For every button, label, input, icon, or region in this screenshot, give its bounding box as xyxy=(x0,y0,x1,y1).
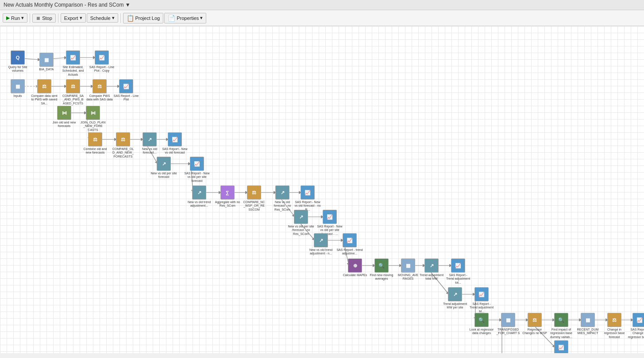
node-n37[interactable]: 🔍 Find impact of regression base dummy v… xyxy=(548,313,575,339)
node-n22[interactable]: 📈 SAS Report - New vs old forecast - no … xyxy=(294,185,321,212)
sep1 xyxy=(30,13,30,23)
node-n27[interactable]: ⊕ Calculate MAPEs xyxy=(342,258,368,277)
node-icon-n4: 📈 xyxy=(95,50,109,65)
node-icon-n18: ↗ xyxy=(192,185,206,200)
node-label-n27: Calculate MAPEs xyxy=(343,273,367,277)
schedule-button[interactable]: Schedule ▾ xyxy=(87,13,118,23)
node-icon-n38: ▦ xyxy=(581,313,595,327)
node-n29[interactable]: ▦ MOVING_AVE RAGES xyxy=(395,258,421,281)
node-icon-n17: 📈 xyxy=(190,157,204,171)
node-n34[interactable]: 🔍 Look at regressor data changes xyxy=(468,313,495,335)
node-label-n8: Compare PWS data with SAS data xyxy=(86,94,113,102)
export-button[interactable]: Export ▾ xyxy=(61,13,86,23)
node-icon-n41: 📈 xyxy=(554,340,568,353)
node-n4[interactable]: 📈 SAS Report - Line Plot - Copy xyxy=(89,50,115,73)
node-n12[interactable]: ⚖ Combine old and new forecasts xyxy=(82,132,108,155)
node-icon-n37: 🔍 xyxy=(554,313,568,327)
node-n20[interactable]: ⚖ COMPARE_NC _WSP_OR_RE SSCOM xyxy=(241,185,267,212)
node-label-n5: Inputs xyxy=(13,94,22,98)
node-n40[interactable]: 📈 SAS Report - Change in regressor base.… xyxy=(626,313,644,339)
node-n13[interactable]: ⚖ COMPARE_OL D_AND_NEW_ FORECASTS xyxy=(110,132,136,158)
node-label-n36: Regressor Changes no WSP xyxy=(521,328,548,335)
node-n30[interactable]: ↗ Trend adjustment total MW xyxy=(418,258,445,281)
node-icon-n3: 📈 xyxy=(66,50,80,65)
node-n14[interactable]: ↗ New vs old forecast... xyxy=(136,132,163,155)
node-icon-n14: ↗ xyxy=(143,132,157,146)
node-label-n28: Find new moving averages xyxy=(368,273,395,281)
node-n5[interactable]: ▦ Inputs xyxy=(4,79,31,98)
node-icon-n21: ↗ xyxy=(275,185,289,200)
node-icon-n7: ⚖ xyxy=(66,79,80,93)
node-n11[interactable]: ⋈ JOIN_OLD_PLAN _NEW_FORE CASTS xyxy=(80,106,106,132)
node-n35[interactable]: ▦ TRANSPOSED _FOR_CHART S xyxy=(495,313,521,335)
node-icon-n20: ⚖ xyxy=(247,185,261,200)
node-n16[interactable]: ↗ New vs old per site forecast xyxy=(150,157,177,179)
flow-canvas[interactable]: Q Query for Site volumes ▦ BIA_DATA 📈 Si… xyxy=(0,26,644,353)
node-icon-n13: ⚖ xyxy=(116,132,130,146)
run-dropdown-icon: ▾ xyxy=(21,15,24,21)
node-n6[interactable]: ⚖ Compare data sent to PWS with saved SA… xyxy=(31,79,58,105)
node-n7[interactable]: ⚖ COMPARE_SA _AND_PWS_B ASED_FCSTS xyxy=(60,79,86,105)
node-label-n16: New vs old per site forecast xyxy=(150,172,177,179)
node-label-n33: SAS Report - Trend adjustment M... xyxy=(468,302,495,313)
node-label-n29: MOVING_AVE RAGES xyxy=(395,273,421,281)
node-n9[interactable]: 📈 SAS Report - Line Plot xyxy=(113,79,139,102)
node-n32[interactable]: ↗ Trend adjustment MW per site xyxy=(442,287,468,310)
sep3 xyxy=(120,13,121,23)
properties-button[interactable]: 📄 Properties ▾ xyxy=(164,13,206,23)
node-icon-n11: ⋈ xyxy=(86,106,100,120)
node-label-n13: COMPARE_OL D_AND_NEW_ FORECASTS xyxy=(110,147,136,158)
node-label-n10: Join old and new forecasts xyxy=(51,121,77,128)
node-label-n25: New vs old trend adjustment - n... xyxy=(308,248,334,256)
node-n17[interactable]: 📈 SAS Report - New vs old per site forec… xyxy=(184,157,210,183)
node-icon-n26: 📈 xyxy=(343,233,357,247)
run-button[interactable]: ▶ Run ▾ xyxy=(3,13,27,23)
node-n31[interactable]: 📈 SAS Report - Trend adjustment tot... xyxy=(445,258,471,285)
node-label-n32: Trend adjustment MW per site xyxy=(442,302,468,310)
node-n33[interactable]: 📈 SAS Report - Trend adjustment M... xyxy=(468,287,495,313)
node-icon-n5: ▦ xyxy=(11,79,25,93)
node-icon-n2: ▦ xyxy=(39,53,54,67)
node-n18[interactable]: ↗ New vs old trend adjustment... xyxy=(186,185,212,208)
node-n15[interactable]: 📈 SAS Report - New vs old forecast xyxy=(162,132,188,155)
node-icon-n29: ▦ xyxy=(401,258,415,273)
node-label-n1: Query for Site volumes xyxy=(4,65,31,73)
project-log-icon: 📋 xyxy=(127,15,134,22)
node-label-n14: New vs old forecast... xyxy=(136,147,163,155)
node-n39[interactable]: ⚖ Change in regressor base forecast xyxy=(601,313,628,339)
node-label-n12: Combine old and new forecasts xyxy=(82,147,108,155)
node-label-n15: SAS Report - New vs old forecast xyxy=(162,147,188,155)
node-label-n7: COMPARE_SA _AND_PWS_B ASED_FCSTS xyxy=(60,94,86,105)
node-n36[interactable]: ⚖ Regressor Changes no WSP xyxy=(521,313,548,335)
node-n25[interactable]: ↗ New vs old trend adjustment - n... xyxy=(308,233,334,256)
node-n8[interactable]: ⚖ Compare PWS data with SAS data xyxy=(86,79,113,102)
node-icon-n8: ⚖ xyxy=(93,79,107,93)
node-n2[interactable]: ▦ BIA_DATA xyxy=(33,53,60,71)
node-icon-n16: ↗ xyxy=(157,157,171,171)
node-n3[interactable]: 📈 Site Estimated, Scheduled, and Actuals xyxy=(60,50,86,77)
window-title: New Actuals Monthly Comparison - Res and… xyxy=(4,2,131,8)
node-n1[interactable]: Q Query for Site volumes xyxy=(4,50,31,73)
node-n21[interactable]: ↗ New vs old forecast - no Res_SCom xyxy=(269,185,296,212)
node-icon-n36: ⚖ xyxy=(528,313,542,327)
node-n28[interactable]: 🔍 Find new moving averages xyxy=(368,258,395,281)
node-label-n39: Change in regressor base forecast xyxy=(601,328,628,339)
stop-button[interactable]: ⏹ Stop xyxy=(32,14,56,23)
properties-dropdown-icon: ▾ xyxy=(200,15,203,21)
node-n23[interactable]: ↗ New vs old per site /forecast - no Res… xyxy=(288,210,314,236)
node-icon-n28: 🔍 xyxy=(374,258,389,273)
export-dropdown-icon: ▾ xyxy=(80,15,82,21)
node-icon-n23: ↗ xyxy=(294,210,308,224)
node-n10[interactable]: ⋈ Join old and new forecasts xyxy=(51,106,77,128)
node-icon-n6: ⚖ xyxy=(37,79,51,93)
node-n19[interactable]: ∑ Aggregate with no Res_SCom xyxy=(214,185,241,208)
node-label-n11: JOIN_OLD_PLAN _NEW_FORE CASTS xyxy=(80,121,106,132)
node-label-n26: SAS Report - trend adjustme... xyxy=(336,248,363,256)
node-icon-n19: ∑ xyxy=(220,185,235,200)
node-n41[interactable]: 📈 SAS Report - Regressor Changes no W... xyxy=(548,340,575,353)
project-log-button[interactable]: 📋 Project Log xyxy=(123,13,164,23)
node-n24[interactable]: 📈 SAS Report - New vs old per site forec… xyxy=(316,210,343,236)
node-n26[interactable]: 📈 SAS Report - trend adjustme... xyxy=(336,233,363,256)
node-n38[interactable]: ▦ RECENT_DUM MIES_IMPACT xyxy=(575,313,601,335)
node-icon-n27: ⊕ xyxy=(348,258,362,273)
